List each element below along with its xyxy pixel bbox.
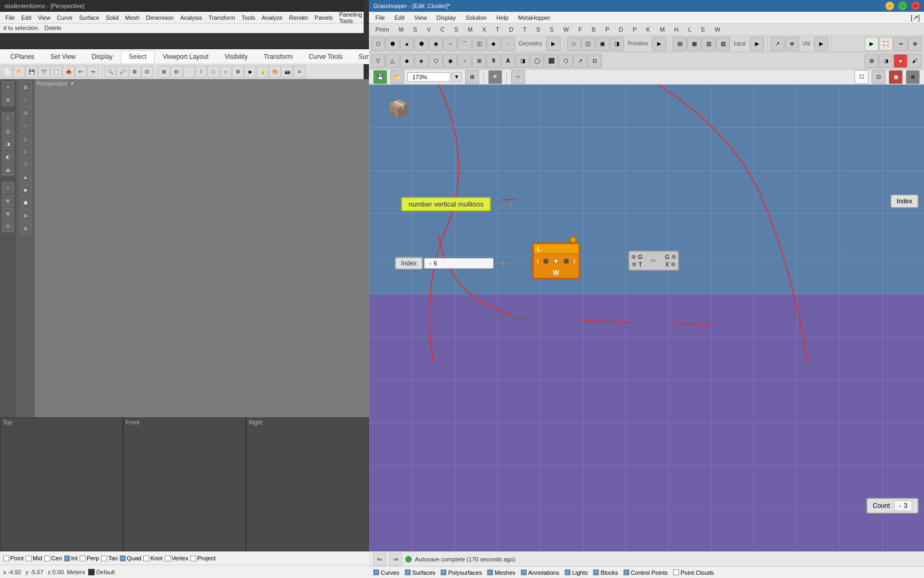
snap-checkbox-vertex[interactable]: Vertex <box>165 555 188 561</box>
gh-toggle-blocks[interactable]: ✓ Blocks <box>593 569 618 576</box>
gh-menu-edit[interactable]: Edit <box>390 13 409 22</box>
gh-right-icon1[interactable]: ☐ <box>854 70 868 84</box>
top-viewport[interactable]: Top <box>0 417 123 551</box>
tab-viewport-layout[interactable]: Viewport Layout <box>155 50 217 63</box>
menu-render[interactable]: Render <box>286 14 311 21</box>
gh-expand-util[interactable]: ▶ <box>814 37 828 51</box>
gh-checkbox-surfaces[interactable]: ✓ <box>405 569 411 575</box>
gh-tab-p[interactable]: P <box>601 25 613 34</box>
tool-btn-4[interactable]: □ <box>20 120 32 132</box>
gh-gt-node[interactable]: G T ✏ G X <box>628 250 679 271</box>
gh-preview-icon[interactable]: 👁 <box>488 70 502 84</box>
snap-checkbox-mid[interactable]: Mid <box>26 555 42 561</box>
gh-tab-t[interactable]: T <box>491 25 504 34</box>
icon-camera[interactable]: 📷 <box>281 66 293 78</box>
gh-toggle-surfaces[interactable]: ✓ Surfaces <box>405 569 435 576</box>
snap-checkbox-knot[interactable]: Knot <box>143 555 163 561</box>
gh-tab-w[interactable]: W <box>559 25 573 34</box>
gh-icon-prim4[interactable]: ◨ <box>610 37 624 51</box>
gh-icon-prim2[interactable]: ◫ <box>581 37 595 51</box>
checkbox-tan[interactable] <box>101 556 107 561</box>
panel-btn-6[interactable]: ◐ <box>2 151 14 163</box>
tool-btn-9[interactable]: ◆ <box>20 184 32 196</box>
gh-tb2-icon6[interactable]: ◉ <box>443 54 457 68</box>
checkbox-quad[interactable]: ✓ <box>120 556 126 561</box>
gh-tb2-icon4[interactable]: ◈ <box>414 54 428 68</box>
gh-color-picker[interactable]: ● <box>894 54 907 68</box>
tool-btn-10[interactable]: ⬢ <box>20 197 32 209</box>
tool-btn-12[interactable]: ⊗ <box>20 223 32 234</box>
checkbox-vertex[interactable] <box>165 556 171 561</box>
gh-nav-back[interactable]: ⇐ <box>373 553 386 566</box>
panel-btn-3[interactable]: ○ <box>2 112 14 124</box>
tool-btn-8[interactable]: ▲ <box>20 171 32 183</box>
tool-btn-1[interactable]: ⊞ <box>20 81 32 93</box>
gh-checkbox-meshes[interactable]: ✓ <box>487 569 493 575</box>
gh-tab-s[interactable]: S <box>409 25 421 34</box>
gh-expand-geometry[interactable]: ▶ <box>546 37 560 51</box>
gh-toggle-polysurfaces[interactable]: ✓ Polysurfaces <box>441 569 482 576</box>
menu-dimension[interactable]: Dimension <box>143 14 177 21</box>
gh-menu-display[interactable]: Display <box>432 13 460 22</box>
gh-tb2-icon11[interactable]: ◨ <box>515 54 529 68</box>
gh-tab-f[interactable]: F <box>574 25 587 34</box>
gh-icon-cone[interactable]: ▲ <box>400 37 414 51</box>
tool-btn-3[interactable]: ◎ <box>20 107 32 119</box>
gh-menu-solution[interactable]: Solution <box>461 13 491 22</box>
gh-icon-solid[interactable]: ◆ <box>487 37 500 51</box>
gh-icon-right1[interactable]: ▶ <box>865 37 879 51</box>
snap-checkbox-perp[interactable]: Perp <box>80 555 99 561</box>
gh-menu-file[interactable]: File <box>371 13 389 22</box>
menu-surface[interactable]: Surface <box>76 14 103 21</box>
gh-tab-s2[interactable]: S <box>450 25 462 34</box>
gh-icon-prim3[interactable]: ▣ <box>596 37 610 51</box>
menu-solid[interactable]: Solid <box>103 14 122 21</box>
gh-paint[interactable]: 🖌 <box>908 54 922 68</box>
icon-redo[interactable]: ↪ <box>87 66 99 78</box>
checkbox-cen[interactable] <box>44 556 50 561</box>
icon-zoom-in[interactable]: 🔍 <box>104 66 116 78</box>
tab-transform[interactable]: Transform <box>256 50 301 63</box>
snap-checkbox-project[interactable]: Project <box>190 555 215 561</box>
gh-minimize-button[interactable]: − <box>886 2 894 10</box>
icon-undo[interactable]: ↩ <box>75 66 87 78</box>
gh-checkbox-lights[interactable]: ✓ <box>565 569 571 575</box>
tab-visibility[interactable]: Visibility <box>217 50 256 63</box>
menu-transform[interactable]: Transform <box>205 14 238 21</box>
gh-tb2-icon12[interactable]: ◯ <box>530 54 544 68</box>
panel-btn-9[interactable]: ⊕ <box>2 195 14 207</box>
icon-new[interactable]: 📄 <box>1 66 13 78</box>
icon-line[interactable]: / <box>195 66 207 78</box>
gh-tb2-icon14[interactable]: ⬡ <box>559 54 573 68</box>
gh-tb2-icon7[interactable]: ○ <box>458 54 472 68</box>
panel-btn-10[interactable]: ⊗ <box>2 208 14 219</box>
gh-toggle-point-clouds[interactable]: Point Clouds <box>673 569 714 576</box>
tool-btn-2[interactable]: ○ <box>20 94 32 106</box>
gh-checkbox-polysurfaces[interactable]: ✓ <box>441 569 446 575</box>
gh-icon-input3[interactable]: ▥ <box>702 37 715 51</box>
icon-light[interactable]: 💡 <box>257 66 268 78</box>
gh-tab-d[interactable]: D <box>505 25 518 34</box>
menu-tools[interactable]: Tools <box>238 14 259 21</box>
gh-tab-v[interactable]: V <box>422 25 435 34</box>
menu-analyze[interactable]: Analyze <box>258 14 286 21</box>
gh-checkbox-annotations[interactable]: ✓ <box>521 569 527 575</box>
gh-pen-icon[interactable]: ✏ <box>511 70 525 84</box>
gh-tb2-icon3[interactable]: ◆ <box>400 54 414 68</box>
tab-setview[interactable]: Set View <box>42 50 83 63</box>
gh-icon-right4[interactable]: ⊕ <box>908 37 922 51</box>
gh-right-icon3[interactable]: ▣ <box>889 70 903 84</box>
snap-checkbox-quad[interactable]: ✓ Quad <box>120 555 141 561</box>
checkbox-mid[interactable] <box>26 556 32 561</box>
snap-checkbox-int[interactable]: ✓ Int <box>64 555 78 561</box>
gh-tab-x[interactable]: X <box>478 25 490 34</box>
gh-checkbox-point-clouds[interactable] <box>673 569 679 575</box>
tool-btn-5[interactable]: △ <box>20 133 32 144</box>
gh-canvas[interactable]: 📦 number vertical mullions Index ⬧ 6 <box>369 85 924 551</box>
gh-icon-util1[interactable]: ↗ <box>771 37 784 51</box>
tab-cplanes[interactable]: CPlanes <box>2 50 42 63</box>
gh-icon-box[interactable]: ⬢ <box>386 37 399 51</box>
gh-icon-right2[interactable]: ⛶ <box>879 37 893 51</box>
gh-tab-t2[interactable]: T <box>519 25 531 34</box>
gh-tab-e[interactable]: E <box>697 25 709 34</box>
